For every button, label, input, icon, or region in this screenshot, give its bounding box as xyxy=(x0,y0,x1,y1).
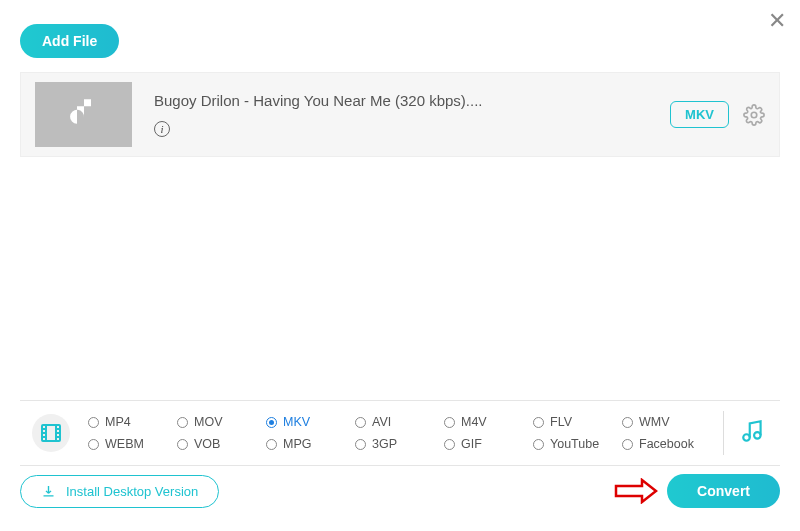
radio-icon xyxy=(266,417,277,428)
svg-point-0 xyxy=(751,112,757,118)
gear-icon[interactable] xyxy=(743,104,765,126)
format-option-wmv[interactable]: WMV xyxy=(622,415,705,429)
format-label: VOB xyxy=(194,437,220,451)
format-label: Facebook xyxy=(639,437,694,451)
download-icon xyxy=(41,484,56,499)
format-option-mov[interactable]: MOV xyxy=(177,415,260,429)
format-badge[interactable]: MKV xyxy=(670,101,729,128)
radio-icon xyxy=(355,439,366,450)
radio-icon xyxy=(177,439,188,450)
format-label: MP4 xyxy=(105,415,131,429)
radio-icon xyxy=(533,439,544,450)
format-label: MPG xyxy=(283,437,311,451)
radio-icon xyxy=(355,417,366,428)
formats-bar: MP4MOVMKVAVIM4VFLVWMVWEBMVOBMPG3GPGIFYou… xyxy=(20,400,780,466)
format-grid: MP4MOVMKVAVIM4VFLVWMVWEBMVOBMPG3GPGIFYou… xyxy=(82,415,711,451)
close-icon[interactable]: ✕ xyxy=(768,8,786,34)
format-option-webm[interactable]: WEBM xyxy=(88,437,171,451)
file-controls: MKV xyxy=(670,101,765,128)
radio-icon xyxy=(88,417,99,428)
svg-point-10 xyxy=(743,434,750,441)
annotation-arrow-icon xyxy=(614,478,658,504)
format-option-vob[interactable]: VOB xyxy=(177,437,260,451)
radio-icon xyxy=(622,417,633,428)
radio-icon xyxy=(266,439,277,450)
install-desktop-button[interactable]: Install Desktop Version xyxy=(20,475,219,508)
radio-icon xyxy=(444,439,455,450)
radio-icon xyxy=(177,417,188,428)
format-label: AVI xyxy=(372,415,391,429)
format-label: WMV xyxy=(639,415,670,429)
radio-icon xyxy=(533,417,544,428)
install-label: Install Desktop Version xyxy=(66,484,198,499)
file-row: Bugoy Drilon - Having You Near Me (320 k… xyxy=(20,72,780,157)
format-label: FLV xyxy=(550,415,572,429)
convert-button[interactable]: Convert xyxy=(667,474,780,508)
radio-icon xyxy=(622,439,633,450)
format-label: MOV xyxy=(194,415,222,429)
footer: Install Desktop Version Convert xyxy=(20,474,780,508)
format-option-mkv[interactable]: MKV xyxy=(266,415,349,429)
format-option-gif[interactable]: GIF xyxy=(444,437,527,451)
format-label: WEBM xyxy=(105,437,144,451)
format-option-youtube[interactable]: YouTube xyxy=(533,437,616,451)
file-thumbnail xyxy=(35,82,132,147)
separator xyxy=(723,411,724,455)
music-note-icon xyxy=(63,94,105,136)
format-option-mp4[interactable]: MP4 xyxy=(88,415,171,429)
radio-icon xyxy=(444,417,455,428)
radio-icon xyxy=(88,439,99,450)
svg-point-11 xyxy=(754,432,761,439)
format-option-facebook[interactable]: Facebook xyxy=(622,437,705,451)
file-meta: Bugoy Drilon - Having You Near Me (320 k… xyxy=(132,92,670,137)
add-file-button[interactable]: Add File xyxy=(20,24,119,58)
format-option-3gp[interactable]: 3GP xyxy=(355,437,438,451)
info-icon[interactable]: i xyxy=(154,121,170,137)
format-label: M4V xyxy=(461,415,487,429)
format-label: YouTube xyxy=(550,437,599,451)
format-label: MKV xyxy=(283,415,310,429)
format-label: GIF xyxy=(461,437,482,451)
format-option-avi[interactable]: AVI xyxy=(355,415,438,429)
audio-category-icon[interactable] xyxy=(740,418,766,448)
format-label: 3GP xyxy=(372,437,397,451)
file-title: Bugoy Drilon - Having You Near Me (320 k… xyxy=(154,92,670,109)
format-option-mpg[interactable]: MPG xyxy=(266,437,349,451)
format-option-flv[interactable]: FLV xyxy=(533,415,616,429)
format-option-m4v[interactable]: M4V xyxy=(444,415,527,429)
video-category-icon[interactable] xyxy=(32,414,70,452)
